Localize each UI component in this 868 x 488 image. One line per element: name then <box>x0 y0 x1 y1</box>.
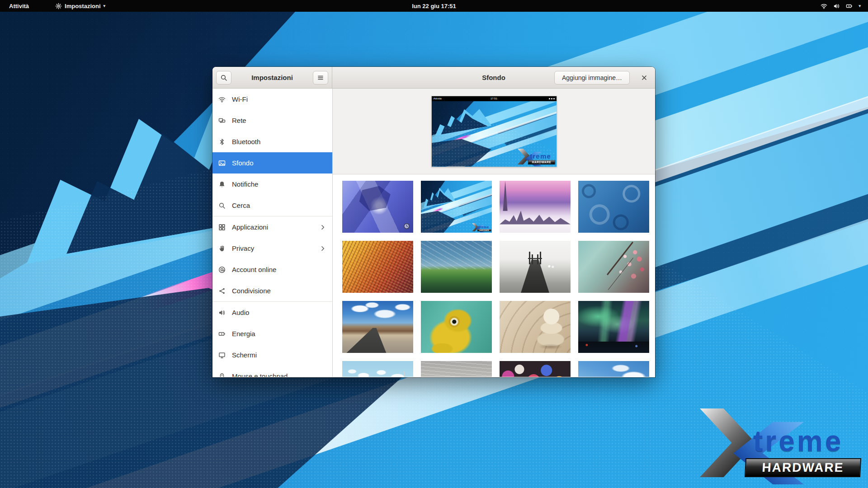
logo-treme-text: treme <box>530 152 551 159</box>
sidebar-item-sfondo[interactable]: Sfondo <box>212 152 332 174</box>
chevron-right-icon <box>319 224 326 231</box>
sidebar-item-label: Schermi <box>232 351 326 359</box>
sidebar-item-notifiche[interactable]: Notifiche <box>212 174 332 195</box>
clock-label[interactable]: lun 22 giu 17:51 <box>0 3 868 9</box>
wallpaper-thumbnail-blue-clay-spirals[interactable] <box>578 181 649 233</box>
sidebar-item-audio[interactable]: Audio <box>212 302 332 323</box>
sidebar-item-label: Privacy <box>232 244 313 252</box>
sidebar-item-label: Notifiche <box>232 180 326 188</box>
wallpaper-thumbnail-yellow-frog[interactable] <box>421 301 492 353</box>
sidebar-item-applicazioni[interactable]: Applicazioni <box>212 216 332 238</box>
preview-area: Attività 17:51 tremeHARDWARE <box>333 89 655 174</box>
sidebar-item-rete[interactable]: Rete <box>212 110 332 131</box>
sidebar-item-label: Energia <box>232 330 326 338</box>
apps-icon <box>218 224 226 231</box>
sidebar-item-label: Condivisione <box>232 287 326 295</box>
wallpaper-thumbnail-marsh-green-sky[interactable] <box>421 241 492 293</box>
adaptive-clock-badge-icon <box>403 223 410 230</box>
wifi-icon <box>218 96 226 103</box>
preview-status-icons <box>549 98 555 99</box>
close-icon <box>641 74 648 81</box>
app-menu-label: Impostazioni <box>65 3 100 9</box>
bluetooth-icon <box>218 138 226 145</box>
close-button[interactable] <box>639 72 650 83</box>
battery-side-icon <box>218 330 226 338</box>
sidebar-item-cerca[interactable]: Cerca <box>212 195 332 216</box>
sidebar-item-bluetooth[interactable]: Bluetooth <box>212 131 332 152</box>
wallpaper-grid: tremeHARDWARE <box>342 181 649 377</box>
sidebar-item-label: Cerca <box>232 202 326 209</box>
sidebar-title: Impostazioni <box>234 74 310 81</box>
sidebar-item-privacy[interactable]: Privacy <box>212 238 332 259</box>
logo-x-blue-chevron <box>474 225 485 232</box>
wallpaper-thumbnail-cherry-blossom-branch[interactable] <box>578 241 649 293</box>
hand-icon <box>218 245 226 252</box>
bell-icon <box>218 181 226 188</box>
current-wallpaper-preview: Attività 17:51 tremeHARDWARE <box>431 96 557 167</box>
logo-hardware-text: HARDWARE <box>477 229 491 231</box>
share-icon <box>218 287 226 295</box>
sidebar-item-label: Account online <box>232 266 326 273</box>
xtreme-hardware-logo: tremeHARDWARE <box>517 148 556 166</box>
search-button[interactable] <box>216 71 231 84</box>
sidebar-item-account-online[interactable]: Account online <box>212 259 332 280</box>
xtreme-hardware-logo: tremeHARDWARE <box>700 408 863 484</box>
hamburger-icon <box>317 74 324 81</box>
window-body: Wi-FiReteBluetoothSfondoNotificheCercaAp… <box>212 89 655 377</box>
wallpaper-thumbnail-xtremehardware-blue-abstract[interactable]: tremeHARDWARE <box>421 181 492 233</box>
wallpaper-thumbnail-zen-sand-stones[interactable] <box>500 301 571 353</box>
search-icon <box>218 202 226 209</box>
add-image-button[interactable]: Aggiungi immagine… <box>554 71 630 84</box>
logo-treme-text: treme <box>753 427 843 455</box>
wallpaper-thumbnail-adaptive-geometric-purple[interactable] <box>342 181 413 233</box>
sidebar-item-label: Mouse e touchpad <box>232 372 326 377</box>
menu-button[interactable] <box>313 71 328 84</box>
headerbar-panel-section: Sfondo Aggiungi immagine… <box>332 67 655 88</box>
sidebar-item-label: Applicazioni <box>232 223 313 231</box>
background-panel: Attività 17:51 tremeHARDWARE tremeHARDWA… <box>333 89 655 377</box>
logo-hardware-text: HARDWARE <box>528 160 555 164</box>
chevron-down-icon: ▾ <box>104 4 106 8</box>
wallpaper-grid-area: tremeHARDWARE <box>333 174 655 377</box>
sidebar-item-schermi[interactable]: Schermi <box>212 344 332 366</box>
sidebar-item-label: Sfondo <box>232 159 326 167</box>
settings-window: Impostazioni Sfondo Aggiungi immagine… W… <box>212 67 655 377</box>
xtreme-hardware-logo: tremeHARDWARE <box>472 223 491 232</box>
display-icon <box>218 352 226 359</box>
xtreme-wallpaper-art <box>421 181 492 233</box>
logo-x-gray-chevron <box>472 223 480 231</box>
preview-clock-label: 17:51 <box>432 97 557 100</box>
wallpaper-thumbnail-winter-sunset-snow[interactable] <box>500 181 571 233</box>
wallpaper-thumbnail-coastal-sky[interactable] <box>342 361 413 377</box>
battery-icon <box>846 3 853 9</box>
wifi-icon <box>821 3 827 9</box>
top-bar: Attività Impostazioni ▾ lun 22 giu 17:51… <box>0 0 868 12</box>
wallpaper-thumbnail-mountain-desert-road[interactable] <box>342 301 413 353</box>
speaker-icon <box>218 309 226 316</box>
sidebar-item-mouse-e-touchpad[interactable]: Mouse e touchpad <box>212 366 332 377</box>
sidebar-item-condivisione[interactable]: Condivisione <box>212 280 332 301</box>
logo-hardware-text: HARDWARE <box>745 458 861 477</box>
sidebar-item-wi-fi[interactable]: Wi-Fi <box>212 89 332 110</box>
mouse-icon <box>218 373 226 377</box>
wallpaper-icon <box>218 160 226 167</box>
activities-button[interactable]: Attività <box>5 0 33 12</box>
wallpaper-thumbnail-woven-fabric-orange[interactable] <box>342 241 413 293</box>
sidebar-item-label: Audio <box>232 309 326 316</box>
wallpaper-thumbnail-colored-pencils[interactable] <box>500 361 571 377</box>
wallpaper-thumbnail-overcast-sea[interactable] <box>421 361 492 377</box>
system-status-area[interactable]: ▾ <box>821 3 863 9</box>
at-icon <box>218 266 226 273</box>
sidebar-item-label: Rete <box>232 117 326 124</box>
wallpaper-thumbnail-aurora-borealis[interactable] <box>578 301 649 353</box>
gear-icon <box>55 3 62 9</box>
wallpaper-thumbnail-cloudy-blue-sky[interactable] <box>578 361 649 377</box>
preview-mini-topbar: Attività 17:51 <box>432 96 557 101</box>
sidebar-item-label: Wi-Fi <box>232 95 326 103</box>
sidebar-item-energia[interactable]: Energia <box>212 323 332 344</box>
wallpaper-thumbnail-foggy-pier-monochrome[interactable] <box>500 241 571 293</box>
sidebar-item-label: Bluetooth <box>232 138 326 145</box>
logo-treme-text: treme <box>478 225 489 229</box>
headerbar-sidebar-section: Impostazioni <box>212 67 332 88</box>
app-menu-button[interactable]: Impostazioni ▾ <box>52 0 109 12</box>
